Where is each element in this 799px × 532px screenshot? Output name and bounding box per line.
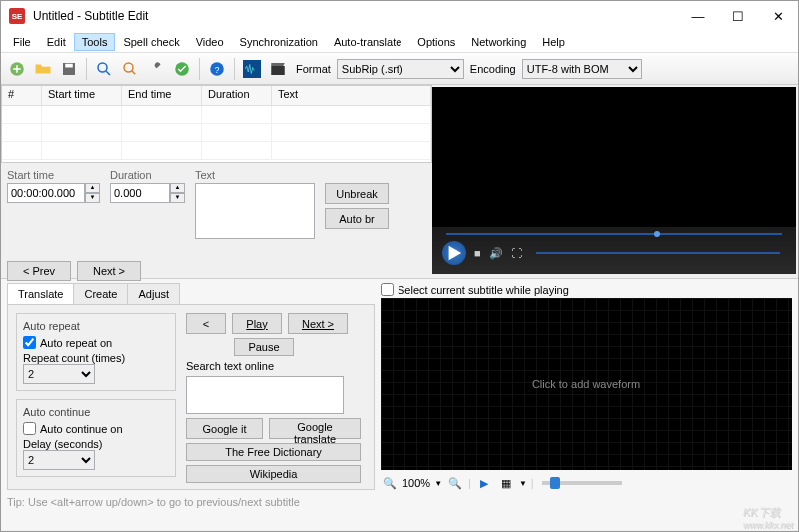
subtitle-text-input[interactable] <box>195 183 315 239</box>
app-icon: SE <box>9 8 25 24</box>
menu-help[interactable]: Help <box>534 33 573 51</box>
duration-input[interactable] <box>110 183 170 203</box>
video-toggle-button[interactable] <box>266 57 290 81</box>
save-button[interactable] <box>57 57 81 81</box>
menu-edit[interactable]: Edit <box>39 33 74 51</box>
maximize-button[interactable]: ☐ <box>726 9 750 24</box>
duration-spinner[interactable]: ▲▼ <box>170 183 185 203</box>
waveform-toolbar: 🔍 100% ▼ 🔍 | ▶ ▦ ▼ | <box>381 474 792 492</box>
wf-grid-icon[interactable]: ▦ <box>497 474 515 492</box>
autorepeat-checkbox[interactable] <box>23 336 36 349</box>
save-icon <box>60 60 78 78</box>
autobr-button[interactable]: Auto br <box>325 208 389 229</box>
wf-position-slider[interactable] <box>542 481 622 485</box>
search-online-label: Search text online <box>186 360 274 372</box>
start-time-spinner[interactable]: ▲▼ <box>85 183 100 203</box>
svg-point-3 <box>98 63 107 72</box>
prev-button[interactable]: < Prev <box>7 261 71 281</box>
play-button[interactable] <box>442 241 466 265</box>
video-progress[interactable] <box>446 233 782 235</box>
replace-icon <box>121 60 139 78</box>
visual-sync-button[interactable] <box>170 57 194 81</box>
stop-icon[interactable]: ■ <box>474 247 481 259</box>
window-title: Untitled - Subtitle Edit <box>33 9 686 23</box>
start-time-input[interactable] <box>7 183 85 203</box>
play-icon <box>445 244 463 262</box>
svg-text:?: ? <box>215 65 220 74</box>
replace-button[interactable] <box>118 57 142 81</box>
encoding-select[interactable]: UTF-8 with BOM <box>522 59 642 79</box>
autocontinue-checkbox[interactable] <box>23 422 36 435</box>
menu-video[interactable]: Video <box>188 33 232 51</box>
search-online-input[interactable] <box>186 376 344 414</box>
svg-rect-9 <box>271 66 285 75</box>
zoom-level: 100% <box>402 477 430 489</box>
menu-networking[interactable]: Networking <box>463 33 534 51</box>
menu-autotranslate[interactable]: Auto-translate <box>326 33 409 51</box>
delay-select[interactable]: 2 <box>23 450 95 470</box>
zoom-out-icon[interactable]: 🔍 <box>381 474 399 492</box>
volume-icon[interactable]: 🔊 <box>489 247 503 260</box>
new-file-icon <box>8 60 26 78</box>
fullscreen-icon[interactable]: ⛶ <box>511 247 522 259</box>
free-dictionary-button[interactable]: The Free Dictionary <box>186 443 361 461</box>
folder-open-icon <box>34 60 52 78</box>
menu-sync[interactable]: Synchronization <box>232 33 326 51</box>
text-label: Text <box>195 169 315 181</box>
grid-header: # Start time End time Duration Text <box>2 86 431 106</box>
google-it-button[interactable]: Google it <box>186 418 263 439</box>
repeat-count-select[interactable]: 2 <box>23 364 95 384</box>
clapper-icon <box>269 60 287 78</box>
google-translate-button[interactable]: Google translate <box>269 418 361 439</box>
waveform-toggle-button[interactable] <box>240 57 264 81</box>
translate-back-button[interactable]: < <box>186 313 226 334</box>
menu-options[interactable]: Options <box>409 33 463 51</box>
unbreak-button[interactable]: Unbreak <box>325 183 389 204</box>
wikipedia-button[interactable]: Wikipedia <box>186 465 361 483</box>
autorepeat-group: Auto repeat Auto repeat on Repeat count … <box>16 313 176 391</box>
check-icon <box>173 60 191 78</box>
tab-adjust[interactable]: Adjust <box>127 283 180 304</box>
video-controls: ■ 🔊 ⛶ <box>432 227 796 274</box>
find-button[interactable] <box>92 57 116 81</box>
zoom-in-icon[interactable]: 🔍 <box>446 474 464 492</box>
menu-spellcheck[interactable]: Spell check <box>115 33 187 51</box>
start-time-label: Start time <box>7 169 100 181</box>
menu-tools[interactable]: Tools <box>74 33 116 51</box>
table-row[interactable] <box>2 106 431 124</box>
tab-translate[interactable]: Translate <box>7 283 74 304</box>
translate-next-button[interactable]: Next > <box>288 313 348 334</box>
next-button[interactable]: Next > <box>77 261 141 281</box>
translate-panel: Auto repeat Auto repeat on Repeat count … <box>7 304 375 490</box>
new-button[interactable] <box>5 57 29 81</box>
format-label: Format <box>296 63 331 75</box>
close-button[interactable]: ✕ <box>766 9 790 24</box>
waveform-placeholder: Click to add waveform <box>532 378 640 390</box>
wrench-icon <box>147 60 165 78</box>
waveform-area[interactable]: Click to add waveform <box>381 298 792 470</box>
select-current-label: Select current subtitle while playing <box>398 284 569 296</box>
autocontinue-group: Auto continue Auto continue on Delay (se… <box>16 399 176 477</box>
minimize-button[interactable]: — <box>686 9 710 24</box>
waveform-icon <box>243 60 261 78</box>
table-row[interactable] <box>2 142 431 160</box>
encoding-label: Encoding <box>470 63 516 75</box>
subtitle-grid[interactable]: # Start time End time Duration Text <box>1 85 432 163</box>
search-icon <box>95 60 113 78</box>
help-button[interactable]: ? <box>205 57 229 81</box>
toolbar: ? Format SubRip (.srt) Encoding UTF-8 wi… <box>1 53 798 85</box>
format-select[interactable]: SubRip (.srt) <box>337 59 464 79</box>
menu-file[interactable]: File <box>5 33 39 51</box>
tab-create[interactable]: Create <box>73 283 128 304</box>
volume-slider[interactable] <box>536 252 780 254</box>
table-row[interactable] <box>2 124 431 142</box>
select-current-checkbox[interactable] <box>381 283 394 296</box>
translate-pause-button[interactable]: Pause <box>234 338 294 356</box>
help-icon: ? <box>208 60 226 78</box>
translate-play-button[interactable]: Play <box>232 313 282 334</box>
menu-bar: File Edit Tools Spell check Video Synchr… <box>1 31 798 53</box>
open-button[interactable] <box>31 57 55 81</box>
fix-button[interactable] <box>144 57 168 81</box>
video-player[interactable]: ■ 🔊 ⛶ <box>432 87 796 274</box>
wf-play-icon[interactable]: ▶ <box>475 474 493 492</box>
